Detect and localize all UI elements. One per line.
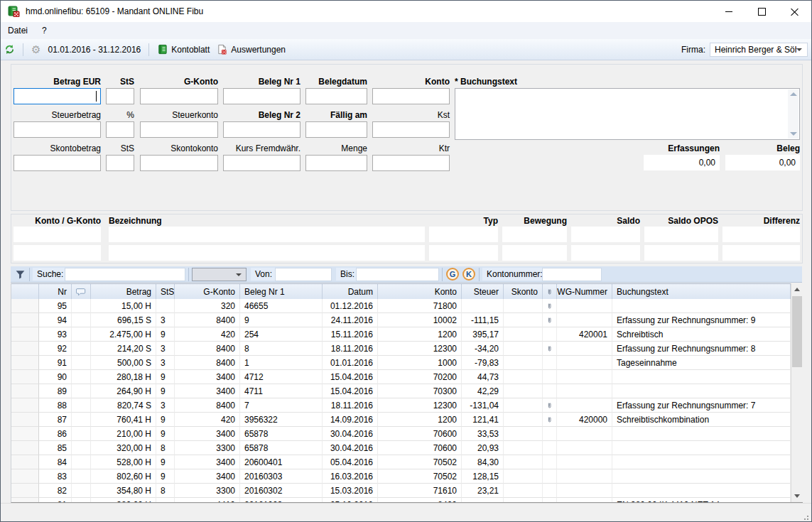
cell-text[interactable]: Tageseinnahme (612, 356, 791, 370)
cell-text[interactable] (612, 441, 791, 455)
cell-beleg1[interactable]: 20160303 (240, 469, 323, 484)
cell-betrag[interactable]: 280,18 H (91, 370, 156, 384)
belegdatum-input[interactable] (305, 88, 367, 104)
cell-datum[interactable]: 30.04.2016 (323, 441, 378, 455)
scroll-down-button[interactable] (791, 490, 803, 502)
menu-help[interactable]: ? (35, 23, 54, 38)
firma-combobox[interactable]: Heinrich Berger & Söh (710, 43, 808, 57)
cell-gkonto[interactable]: 3400 (175, 469, 240, 484)
column-header-datum[interactable]: Datum (323, 284, 378, 300)
scroll-down-icon[interactable] (790, 132, 797, 136)
cell-text[interactable]: Erfassung zur Rechnungsnummer: 7 (612, 398, 791, 413)
table-row[interactable]: 91500,00 S38400101.01.20161000-79,83Tage… (11, 356, 791, 370)
cell-wg[interactable] (557, 356, 612, 370)
von-input[interactable] (275, 268, 332, 281)
cell-beleg1[interactable]: 8 (240, 342, 323, 356)
cell-datum[interactable]: 01.12.2016 (323, 299, 378, 313)
cell-beleg1[interactable]: 65878 (240, 441, 323, 455)
cell-datum[interactable]: 15.03.2016 (323, 484, 378, 498)
cell-sts[interactable]: 9 (156, 427, 175, 441)
cell-skonto[interactable] (504, 384, 543, 398)
cell-text[interactable]: Erfassung zur Rechnungsnummer: 9 (612, 313, 791, 327)
cell-comment[interactable] (72, 441, 91, 455)
cell-clip[interactable] (543, 384, 557, 398)
kontoblatt-button[interactable]: Kontoblatt (153, 42, 213, 57)
kst-input[interactable] (372, 121, 450, 138)
column-header-comment[interactable] (72, 284, 91, 300)
cell-skonto[interactable] (504, 455, 543, 469)
cell-gkonto[interactable]: 3400 (175, 370, 240, 384)
cell-nr[interactable]: 83 (39, 469, 72, 484)
table-row[interactable]: 87760,41 H9420395632214.09.20161200121,4… (11, 413, 791, 427)
beleg-nr2-input[interactable] (223, 121, 301, 138)
date-range[interactable]: 01.01.2016 - 31.12.2016 (44, 43, 144, 57)
cell-indicator[interactable] (11, 327, 39, 342)
cell-beleg1[interactable]: 4712 (240, 370, 323, 384)
cell-wg[interactable] (557, 484, 612, 498)
maximize-button[interactable] (745, 1, 778, 22)
cell-comment[interactable] (72, 313, 91, 327)
cell-sts[interactable]: 9 (156, 384, 175, 398)
cell-beleg1[interactable]: 4711 (240, 384, 323, 398)
cell-gkonto[interactable]: 420 (175, 413, 240, 427)
cell-gkonto[interactable]: 3300 (175, 484, 240, 498)
cell-beleg1[interactable]: 20161023 (240, 498, 323, 502)
cell-comment[interactable] (72, 469, 91, 484)
cell-indicator[interactable] (11, 356, 39, 370)
menu-datei[interactable]: Datei (1, 23, 35, 38)
cell-gkonto[interactable]: 8400 (175, 398, 240, 413)
cell-text[interactable] (612, 299, 791, 313)
column-header-text[interactable]: Buchungstext (612, 284, 791, 300)
cell-text[interactable] (612, 484, 791, 498)
cell-datum[interactable]: 05.04.2016 (323, 455, 378, 469)
table-row[interactable]: 83802,60 H934002016030316.03.20167050212… (11, 469, 791, 484)
cell-indicator[interactable] (11, 441, 39, 455)
cell-indicator[interactable] (11, 427, 39, 441)
cell-wg[interactable] (557, 498, 612, 502)
column-header-gkonto[interactable]: G-Konto (175, 284, 240, 300)
cell-datum[interactable]: 18.11.2016 (323, 342, 378, 356)
cell-comment[interactable] (72, 342, 91, 356)
cell-clip[interactable] (543, 469, 557, 484)
cell-skonto[interactable] (504, 299, 543, 313)
cell-steuer[interactable]: 128,15 (462, 469, 504, 484)
cell-skonto[interactable] (504, 327, 543, 342)
cell-wg[interactable]: 420001 (557, 327, 612, 342)
cell-datum[interactable]: 05.10.2016 (323, 498, 378, 502)
textarea-scrollbar[interactable] (788, 89, 799, 138)
cell-konto[interactable]: 8400 (378, 498, 462, 502)
minimize-button[interactable] (713, 1, 745, 22)
cell-betrag[interactable]: 820,74 S (91, 398, 156, 413)
cell-beleg1[interactable]: 254 (240, 327, 323, 342)
settings-button[interactable]: ⚙ (28, 43, 44, 57)
cell-gkonto[interactable]: 3400 (175, 427, 240, 441)
cell-text[interactable]: Erfassung zur Rechnungsnummer: 8 (612, 342, 791, 356)
skontobetrag-input[interactable] (13, 155, 101, 171)
cell-comment[interactable] (72, 427, 91, 441)
cell-gkonto[interactable]: 420 (175, 327, 240, 342)
cell-sts[interactable]: 9 (156, 455, 175, 469)
cell-wg[interactable] (557, 299, 612, 313)
table-row[interactable]: 92214,20 S38400818.11.201612300-34,20Erf… (11, 342, 791, 356)
cell-sts[interactable]: 9 (156, 327, 175, 342)
cell-wg[interactable] (557, 342, 612, 356)
cell-indicator[interactable] (11, 370, 39, 384)
cell-sts[interactable]: 8 (156, 484, 175, 498)
cell-konto[interactable]: 12300 (378, 342, 462, 356)
cell-comment[interactable] (72, 356, 91, 370)
cell-sts[interactable] (156, 299, 175, 313)
cell-comment[interactable] (72, 327, 91, 342)
cell-steuer[interactable]: 84,30 (462, 455, 504, 469)
cell-sts[interactable]: 3 (156, 313, 175, 327)
cell-steuer[interactable]: -79,83 (462, 356, 504, 370)
cell-skonto[interactable] (504, 342, 543, 356)
cell-wg[interactable] (557, 427, 612, 441)
cell-text[interactable] (612, 469, 791, 484)
table-row[interactable]: 89264,90 H93400471115.04.20167030042,29 (11, 384, 791, 398)
cell-comment[interactable] (72, 370, 91, 384)
cell-skonto[interactable] (504, 413, 543, 427)
gkonto-input[interactable] (140, 88, 218, 104)
cell-betrag[interactable]: 354,80 H (91, 484, 156, 498)
cell-beleg1[interactable]: 20600401 (240, 455, 323, 469)
cell-clip[interactable] (543, 484, 557, 498)
